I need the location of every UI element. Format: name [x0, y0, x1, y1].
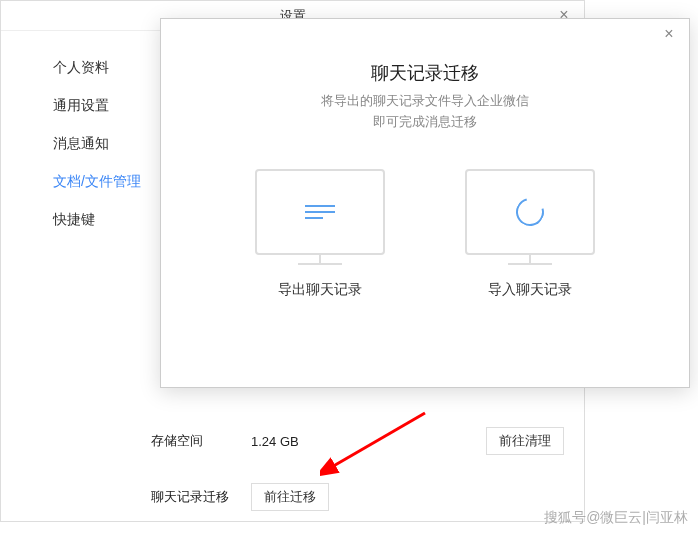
import-option[interactable]: 导入聊天记录 — [465, 169, 595, 299]
migrate-modal: × 聊天记录迁移 将导出的聊天记录文件导入企业微信 即可完成消息迁移 导出聊天记… — [160, 18, 690, 388]
modal-sub-line2: 即可完成消息迁移 — [373, 114, 477, 129]
storage-clean-button[interactable]: 前往清理 — [486, 427, 564, 455]
sidebar-item-notifications[interactable]: 消息通知 — [1, 125, 141, 163]
import-monitor-icon — [465, 169, 595, 255]
modal-title: 聊天记录迁移 — [161, 61, 689, 85]
export-option[interactable]: 导出聊天记录 — [255, 169, 385, 299]
sidebar-item-shortcuts[interactable]: 快捷键 — [1, 201, 141, 239]
export-monitor-icon — [255, 169, 385, 255]
export-option-label: 导出聊天记录 — [278, 281, 362, 299]
modal-close-button[interactable]: × — [655, 23, 683, 47]
storage-value: 1.24 GB — [251, 434, 486, 449]
sidebar-item-profile[interactable]: 个人资料 — [1, 49, 141, 87]
import-circle-icon — [511, 192, 549, 230]
migrate-label: 聊天记录迁移 — [151, 488, 251, 506]
modal-options: 导出聊天记录 导入聊天记录 — [161, 169, 689, 299]
sidebar-item-general[interactable]: 通用设置 — [1, 87, 141, 125]
watermark-text: 搜狐号@微巨云|闫亚林 — [544, 509, 688, 527]
export-lines-icon — [305, 201, 335, 223]
sidebar-item-files[interactable]: 文档/文件管理 — [1, 163, 141, 201]
migrate-go-button[interactable]: 前往迁移 — [251, 483, 329, 511]
modal-sub-line1: 将导出的聊天记录文件导入企业微信 — [321, 93, 529, 108]
settings-sidebar: 个人资料 通用设置 消息通知 文档/文件管理 快捷键 — [1, 31, 141, 521]
import-option-label: 导入聊天记录 — [488, 281, 572, 299]
storage-label: 存储空间 — [151, 432, 251, 450]
modal-subtitle: 将导出的聊天记录文件导入企业微信 即可完成消息迁移 — [161, 91, 689, 133]
